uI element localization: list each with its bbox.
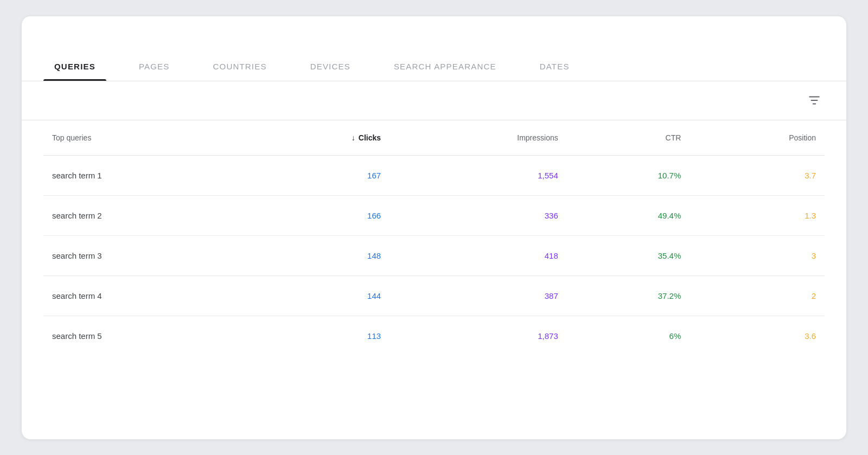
table-header-row: Top queries ↓ Clicks Impressions CTR <box>43 120 825 156</box>
cell-position: 3.7 <box>690 155 825 195</box>
tab-devices[interactable]: DEVICES <box>299 55 361 81</box>
filter-button[interactable] <box>804 90 825 111</box>
cell-impressions: 1,554 <box>390 155 567 195</box>
table-row: search term 51131,8736%3.6 <box>43 316 825 356</box>
table-row: search term 216633649.4%1.3 <box>43 195 825 235</box>
main-card: QUERIES PAGES COUNTRIES DEVICES SEARCH A… <box>22 16 846 439</box>
cell-query: search term 5 <box>43 316 247 356</box>
cell-ctr: 6% <box>567 316 690 356</box>
cell-clicks: 167 <box>247 155 390 195</box>
cell-query: search term 3 <box>43 235 247 275</box>
col-header-ctr[interactable]: CTR <box>567 120 690 156</box>
cell-clicks: 148 <box>247 235 390 275</box>
data-table-container: Top queries ↓ Clicks Impressions CTR <box>22 120 846 356</box>
table-row: search term 414438737.2%2 <box>43 275 825 316</box>
cell-query: search term 1 <box>43 155 247 195</box>
col-header-query: Top queries <box>43 120 247 156</box>
cell-position: 1.3 <box>690 195 825 235</box>
cell-clicks: 144 <box>247 275 390 316</box>
col-header-position[interactable]: Position <box>690 120 825 156</box>
queries-table: Top queries ↓ Clicks Impressions CTR <box>43 120 825 356</box>
col-header-impressions[interactable]: Impressions <box>390 120 567 156</box>
tab-countries[interactable]: COUNTRIES <box>202 55 278 81</box>
cell-impressions: 1,873 <box>390 316 567 356</box>
tab-dates[interactable]: DATES <box>529 55 580 81</box>
cell-ctr: 37.2% <box>567 275 690 316</box>
cell-position: 3 <box>690 235 825 275</box>
cell-position: 3.6 <box>690 316 825 356</box>
cell-impressions: 418 <box>390 235 567 275</box>
filter-icon <box>807 93 821 107</box>
cell-ctr: 49.4% <box>567 195 690 235</box>
cell-ctr: 35.4% <box>567 235 690 275</box>
table-row: search term 314841835.4%3 <box>43 235 825 275</box>
cell-impressions: 387 <box>390 275 567 316</box>
tabs-bar: QUERIES PAGES COUNTRIES DEVICES SEARCH A… <box>22 16 846 81</box>
table-row: search term 11671,55410.7%3.7 <box>43 155 825 195</box>
tab-pages[interactable]: PAGES <box>128 55 181 81</box>
cell-impressions: 336 <box>390 195 567 235</box>
cell-clicks: 113 <box>247 316 390 356</box>
sort-down-icon: ↓ <box>352 133 355 142</box>
cell-query: search term 4 <box>43 275 247 316</box>
cell-clicks: 166 <box>247 195 390 235</box>
cell-position: 2 <box>690 275 825 316</box>
tab-queries[interactable]: QUERIES <box>43 55 106 81</box>
cell-ctr: 10.7% <box>567 155 690 195</box>
col-header-clicks[interactable]: ↓ Clicks <box>247 120 390 156</box>
filter-bar <box>22 81 846 120</box>
cell-query: search term 2 <box>43 195 247 235</box>
tab-search-appearance[interactable]: SEARCH APPEARANCE <box>383 55 507 81</box>
